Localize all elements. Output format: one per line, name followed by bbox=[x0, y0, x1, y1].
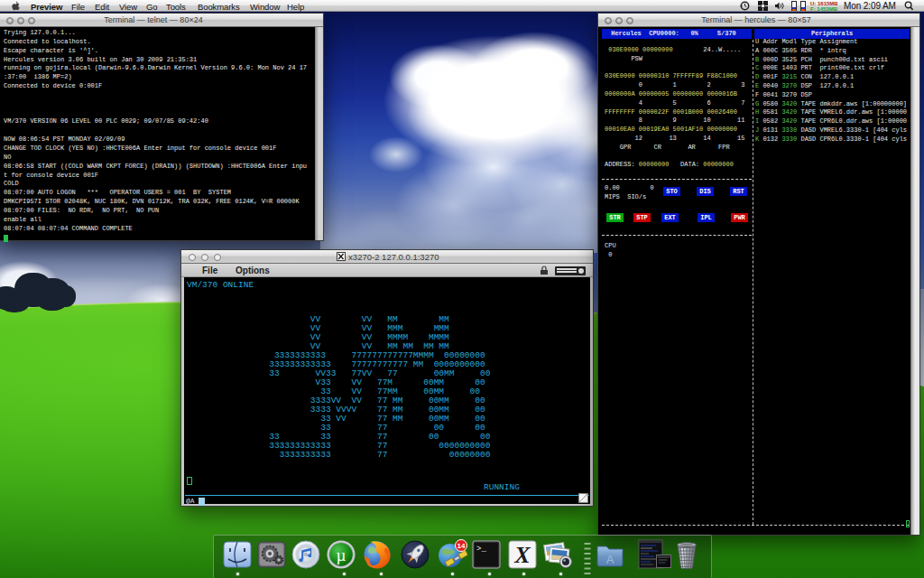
svg-text:A: A bbox=[606, 553, 614, 566]
svg-text:14: 14 bbox=[457, 542, 466, 550]
svg-text:µ: µ bbox=[337, 545, 346, 564]
svg-text:>_: >_ bbox=[476, 545, 486, 554]
svg-text:X: X bbox=[513, 542, 531, 568]
